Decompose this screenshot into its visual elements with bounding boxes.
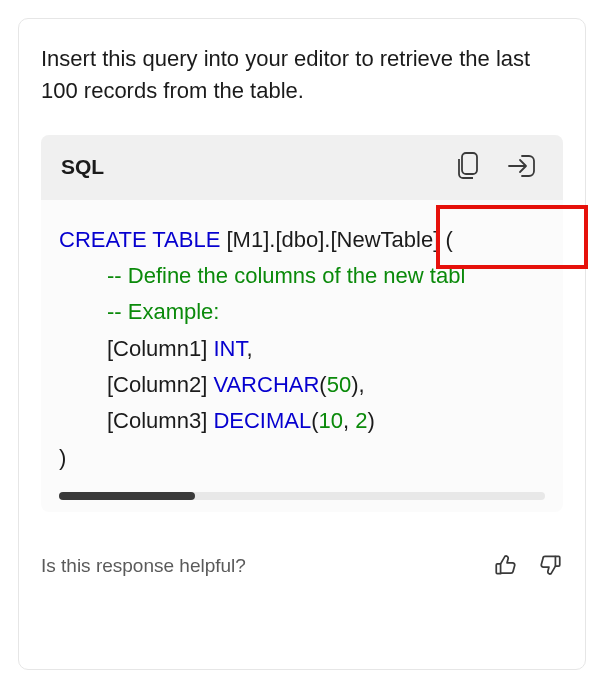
sql-code: CREATE TABLE [M1].[dbo].[NewTable] ( -- …: [59, 222, 545, 476]
code-token: ): [367, 408, 374, 433]
code-token: [Column3]: [107, 408, 213, 433]
assistant-card: Insert this query into your editor to re…: [18, 18, 586, 670]
thumbs-up-button[interactable]: [493, 552, 519, 581]
svg-rect-0: [462, 153, 477, 174]
thumbs-down-icon: [537, 552, 563, 581]
code-header: SQL: [41, 135, 563, 200]
code-token: -- Example:: [107, 299, 219, 324]
code-token: 50: [327, 372, 351, 397]
insert-icon: [507, 153, 537, 182]
code-actions: [449, 149, 543, 186]
horizontal-scrollbar[interactable]: [59, 492, 545, 500]
copy-icon: [455, 151, 481, 184]
feedback-actions: [493, 552, 563, 581]
code-token: ,: [246, 336, 252, 361]
feedback-row: Is this response helpful?: [41, 552, 563, 581]
code-token: -- Define the columns of the new tabl: [107, 263, 465, 288]
code-token: ): [59, 445, 66, 470]
thumbs-up-icon: [493, 552, 519, 581]
feedback-prompt: Is this response helpful?: [41, 555, 246, 577]
code-token: [Column2]: [107, 372, 213, 397]
copy-button[interactable]: [455, 151, 481, 184]
code-token: 10: [319, 408, 343, 433]
code-token: (: [311, 408, 318, 433]
insert-button[interactable]: [507, 153, 537, 182]
code-token: ,: [358, 372, 364, 397]
code-token: VARCHAR: [213, 372, 319, 397]
code-body: CREATE TABLE [M1].[dbo].[NewTable] ( -- …: [41, 200, 563, 512]
code-language-label: SQL: [61, 155, 104, 179]
thumbs-down-button[interactable]: [537, 552, 563, 581]
code-token: ,: [343, 408, 355, 433]
code-token: [M1].[dbo].[NewTable] (: [220, 227, 452, 252]
code-token: DECIMAL: [213, 408, 311, 433]
scrollbar-thumb[interactable]: [59, 492, 195, 500]
code-token: INT: [213, 336, 246, 361]
intro-text: Insert this query into your editor to re…: [41, 43, 563, 107]
code-token: [Column1]: [107, 336, 213, 361]
code-block: SQL: [41, 135, 563, 512]
code-token: (: [319, 372, 326, 397]
code-token: CREATE TABLE: [59, 227, 220, 252]
code-token: 2: [355, 408, 367, 433]
